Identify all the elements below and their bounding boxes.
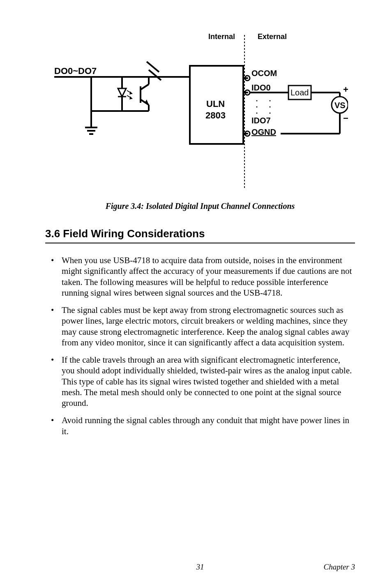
label-ido0: IDO0	[251, 83, 271, 92]
label-ocom: OCOM	[251, 69, 277, 78]
list-item: When you use USB-4718 to acquire data fr…	[51, 255, 355, 298]
label-external: External	[258, 32, 287, 41]
label-ido7: IDO7	[251, 116, 271, 125]
label-ognd: OGND	[251, 127, 276, 137]
label-vs: VS	[334, 101, 346, 110]
label-uln: ULN	[206, 99, 225, 109]
svg-point-32	[256, 106, 258, 108]
svg-point-35	[270, 106, 271, 108]
label-do: DO0~DO7	[54, 66, 97, 76]
svg-point-31	[256, 100, 258, 102]
figure-diagram: Internal External DO0~DO7	[45, 29, 355, 193]
svg-point-36	[270, 113, 271, 114]
list-item: The signal cables must be kept away from…	[51, 305, 355, 348]
label-uln2: 2803	[205, 110, 226, 120]
chapter-label: Chapter 3	[323, 563, 355, 572]
svg-point-33	[256, 113, 258, 114]
page-number: 31	[196, 563, 204, 572]
label-load: Load	[291, 88, 309, 97]
list-item: Avoid running the signal cables through …	[51, 415, 355, 437]
label-plus: +	[343, 84, 348, 95]
list-item: If the cable travels through an area wit…	[51, 354, 355, 408]
bullet-list: When you use USB-4718 to acquire data fr…	[51, 255, 355, 437]
svg-point-34	[270, 100, 271, 102]
label-minus: −	[343, 113, 348, 123]
figure-caption: Figure 3.4: Isolated Digital Input Chann…	[45, 201, 355, 211]
svg-marker-9	[118, 88, 126, 97]
section-heading: 3.6 Field Wiring Considerations	[45, 227, 355, 243]
label-internal: Internal	[208, 32, 235, 41]
svg-line-18	[141, 84, 149, 90]
